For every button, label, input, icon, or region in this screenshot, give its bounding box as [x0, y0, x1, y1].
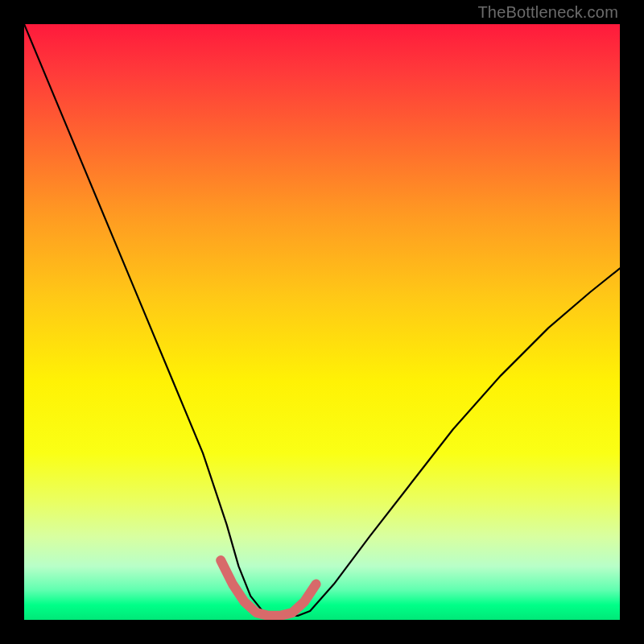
- plot-area: [24, 24, 620, 620]
- curve-svg: [24, 24, 620, 620]
- watermark-text: TheBottleneck.com: [477, 3, 618, 22]
- chart-frame: TheBottleneck.com: [0, 0, 644, 644]
- flat-region-overlay-path: [221, 560, 316, 616]
- bottleneck-curve-path: [24, 24, 620, 616]
